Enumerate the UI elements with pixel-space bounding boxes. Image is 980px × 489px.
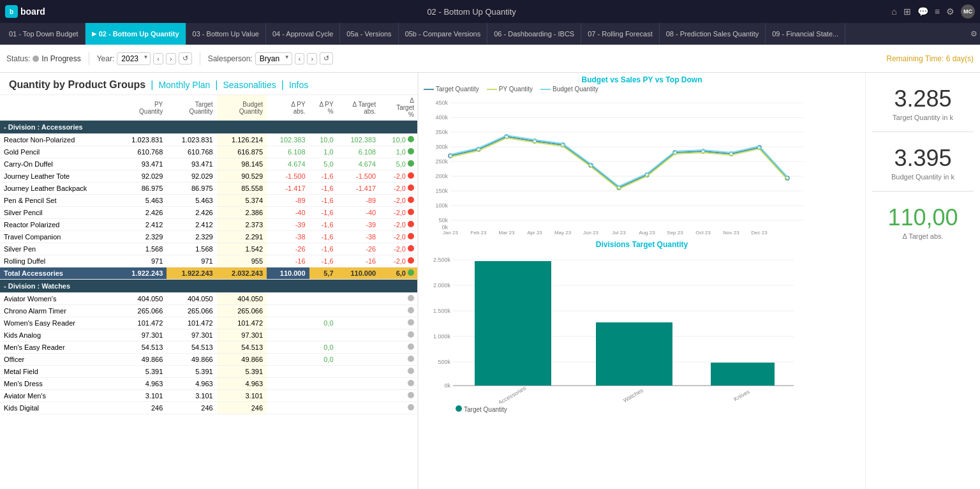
table-row[interactable]: Kids Analog97.30197.30197.301 xyxy=(0,329,418,342)
salesperson-group: Salesperson: Bryan ‹ › ↺ xyxy=(208,52,333,65)
table-row[interactable]: Travel Companion2.3292.3292.291-38-1,6-3… xyxy=(0,231,418,243)
table-row[interactable]: Rolling Duffel971971955-16-1,6-16-2,0 xyxy=(0,255,418,267)
tab-settings-icon[interactable]: ⚙ xyxy=(970,29,977,38)
seasonalities-link[interactable]: Seasonalities xyxy=(223,80,276,90)
svg-text:Jul 23: Jul 23 xyxy=(612,230,626,236)
col-header-py: PYQuantity xyxy=(117,95,167,121)
salesperson-prev-btn[interactable]: ‹ xyxy=(295,53,305,64)
table-row[interactable]: Kids Digital246246246 xyxy=(0,402,418,414)
legend-py: PY Quantity xyxy=(499,86,533,93)
tab-03[interactable]: 03 - Bottom Up Value xyxy=(186,23,266,45)
monthly-plan-link[interactable]: Monthly Plan xyxy=(158,80,210,90)
chart2-legend: Target Quantity xyxy=(456,405,860,413)
bar-accessories xyxy=(475,261,551,386)
tab-07[interactable]: 07 - Rolling Forecast xyxy=(581,23,660,45)
kpi-budget-qty-value: 3.395 xyxy=(872,145,974,172)
table-row[interactable]: Silver Pen1.5681.5681.542-26-1,6-26-2,0 xyxy=(0,243,418,255)
tab-06-label: 06 - Dashboarding - IBCS xyxy=(494,30,574,38)
year-prev-btn[interactable]: ‹ xyxy=(153,53,163,64)
table-row[interactable]: Silver Pencil2.4262.4262.386-40-1,6-40-2… xyxy=(0,207,418,219)
table-group-header: - Division : Watches xyxy=(0,280,418,293)
svg-text:Mar 23: Mar 23 xyxy=(499,230,515,236)
chart2-title: Divisions Target Quantity xyxy=(424,240,860,249)
table-row[interactable]: Pen & Pencil Set5.4635.4635.374-89-1,6-8… xyxy=(0,195,418,207)
chart2-container: Divisions Target Quantity 2.500k 2.000k … xyxy=(424,240,860,416)
tab-05b[interactable]: 05b - Compare Versions xyxy=(399,23,488,45)
svg-text:150k: 150k xyxy=(435,188,448,194)
tab-06[interactable]: 06 - Dashboarding - IBCS xyxy=(487,23,581,45)
svg-text:Apr 23: Apr 23 xyxy=(527,230,542,236)
legend-target: Target Quantity xyxy=(436,86,479,93)
tab-09[interactable]: 09 - Financial State... xyxy=(766,23,845,45)
tab-bar: 01 - Top Down Budget ▶ 02 - Bottom Up Qu… xyxy=(0,23,980,45)
menu-icon[interactable]: ≡ xyxy=(935,6,940,17)
table-row[interactable]: Reactor Polarized2.4122.4122.373-39-1,6-… xyxy=(0,219,418,231)
svg-text:300k: 300k xyxy=(435,144,448,150)
year-refresh-btn[interactable]: ↺ xyxy=(179,52,192,64)
year-select[interactable]: 2023 xyxy=(117,52,151,65)
col-header-name xyxy=(0,95,117,121)
col-header-delta-py-abs: Δ PYabs. xyxy=(267,95,309,121)
svg-text:1.500k: 1.500k xyxy=(433,308,451,314)
home-icon[interactable]: ⌂ xyxy=(891,6,896,17)
svg-text:0k: 0k xyxy=(444,382,450,389)
svg-text:2.000k: 2.000k xyxy=(433,282,451,289)
svg-text:50k: 50k xyxy=(438,217,448,223)
table-row[interactable]: Aviator Men's3.1013.1013.101 xyxy=(0,390,418,402)
tab-04[interactable]: 04 - Approval Cycle xyxy=(266,23,340,45)
year-next-btn[interactable]: › xyxy=(166,53,176,64)
settings-icon[interactable]: ⚙ xyxy=(946,6,954,17)
table-row[interactable]: Journey Leather Backpack86.97586.97585.5… xyxy=(0,183,418,195)
tab-05a[interactable]: 05a - Versions xyxy=(340,23,398,45)
svg-text:Watches: Watches xyxy=(622,387,644,403)
kpi-delta-value: 110,00 xyxy=(872,204,974,231)
table-row[interactable]: Metal Field5.3915.3915.391 xyxy=(0,366,418,378)
tab-02[interactable]: ▶ 02 - Bottom Up Quantity xyxy=(85,23,186,45)
chat-icon[interactable]: 💬 xyxy=(917,6,928,17)
svg-text:1.000k: 1.000k xyxy=(433,333,451,340)
grid-icon[interactable]: ⊞ xyxy=(903,6,911,17)
logo-icon: b xyxy=(5,5,18,18)
table-row[interactable]: Reactor Non-Polarized1.023.8311.023.8311… xyxy=(0,134,418,146)
year-select-wrapper[interactable]: 2023 xyxy=(117,52,151,65)
table-row[interactable]: Journey Leather Tote92.02992.02990.529-1… xyxy=(0,170,418,183)
table-row[interactable]: Gold Pencil610.768610.768616.8756.1081,0… xyxy=(0,146,418,158)
salesperson-select[interactable]: Bryan xyxy=(255,52,292,65)
table-row[interactable]: Men's Easy Reader54.51354.51354.5130,0 xyxy=(0,342,418,354)
separator-1: | xyxy=(151,79,153,91)
table-row[interactable]: Chrono Alarm Timer265.066265.066265.066 xyxy=(0,305,418,317)
col-header-delta-tgt-abs: Δ Targetabs. xyxy=(338,95,380,121)
svg-text:Oct 23: Oct 23 xyxy=(695,230,711,236)
col-header-delta-tgt-pct: ΔTarget% xyxy=(380,95,418,121)
table-row[interactable]: Officer49.86649.86649.8660,0 xyxy=(0,354,418,366)
line-chart-svg: 450k 400k 350k 300k 250k 200k 150k 100k … xyxy=(424,95,806,236)
tab-02-label: 02 - Bottom Up Quantity xyxy=(99,30,179,38)
table-row[interactable]: Women's Easy Reader101.472101.472101.472… xyxy=(0,317,418,329)
tab-09-label: 09 - Financial State... xyxy=(772,30,838,38)
divider-2 xyxy=(200,52,200,65)
svg-text:350k: 350k xyxy=(435,129,448,135)
chart1-container: Budget vs Sales PY vs Top Down Target Qu… xyxy=(424,75,860,237)
legend-target-qty: Target Quantity xyxy=(464,406,507,413)
tab-01[interactable]: 01 - Top Down Budget xyxy=(3,23,85,45)
avatar[interactable]: MC xyxy=(961,4,975,19)
status-dot xyxy=(33,56,39,62)
tab-01-label: 01 - Top Down Budget xyxy=(9,30,78,38)
data-table: PYQuantity TargetQuantity BudgetQuantity… xyxy=(0,95,418,414)
salesperson-refresh-btn[interactable]: ↺ xyxy=(320,52,333,64)
col-header-budget: BudgetQuantity xyxy=(217,95,267,121)
infos-link[interactable]: Infos xyxy=(289,80,308,90)
status-value: In Progress xyxy=(41,54,80,63)
salesperson-select-wrapper[interactable]: Bryan xyxy=(255,52,292,65)
tab-08[interactable]: 08 - Prediction Sales Quantity xyxy=(660,23,766,45)
salesperson-next-btn[interactable]: › xyxy=(307,53,317,64)
table-row[interactable]: Aviator Women's404.050404.050404.050 xyxy=(0,293,418,305)
tab-08-label: 08 - Prediction Sales Quantity xyxy=(666,30,759,38)
nav-icons: ⌂ ⊞ 💬 ≡ ⚙ MC xyxy=(891,4,975,19)
table-row[interactable]: Men's Dress4.9634.9634.963 xyxy=(0,378,418,390)
kpi-delta-target: 110,00 Δ Target abs. xyxy=(872,204,974,250)
charts-panel: Budget vs Sales PY vs Top Down Target Qu… xyxy=(418,73,865,489)
tab-04-label: 04 - Approval Cycle xyxy=(272,30,333,38)
table-total-row: Total Accessories1.922.2431.922.2432.032… xyxy=(0,267,418,280)
table-row[interactable]: Carry-On Duffel93.47193.47198.1454.6745,… xyxy=(0,158,418,170)
